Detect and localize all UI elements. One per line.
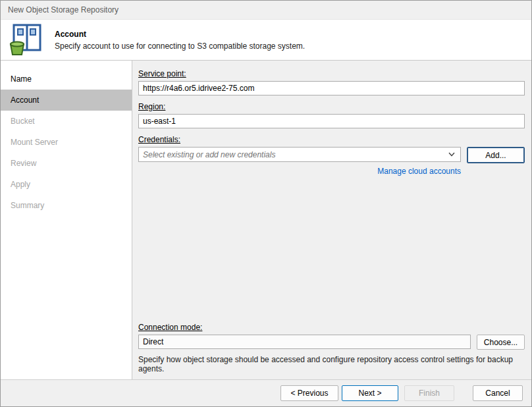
sidebar-item-mount-server: Mount Server [1, 132, 132, 153]
chevron-down-icon [448, 152, 455, 157]
region-input[interactable]: us-east-1 [138, 114, 525, 128]
content-spacer [138, 176, 525, 323]
connection-mode-input: Direct [138, 335, 471, 349]
credentials-column: Select existing or add new credentials M… [138, 147, 461, 176]
service-point-input[interactable]: https://r4a6.or5.idrivee2-75.com [138, 81, 525, 95]
page-title: Account [55, 30, 305, 39]
choose-connection-mode-button[interactable]: Choose... [477, 335, 525, 350]
title-bar: New Object Storage Repository [1, 1, 531, 20]
sidebar-item-bucket: Bucket [1, 111, 132, 132]
account-form: Service point: https://r4a6.or5.idrivee2… [132, 61, 531, 379]
wizard-footer: < Previous Next > Finish Cancel [1, 379, 531, 406]
sidebar-item-review: Review [1, 153, 132, 174]
credentials-row: Select existing or add new credentials M… [138, 147, 525, 176]
credentials-dropdown[interactable]: Select existing or add new credentials [138, 147, 461, 162]
sidebar-item-apply: Apply [1, 174, 132, 195]
page-subtitle: Specify account to use for connecting to… [55, 41, 305, 51]
manage-accounts-row: Manage cloud accounts [138, 167, 461, 176]
add-credentials-button[interactable]: Add... [467, 147, 525, 163]
region-label: Region: [138, 102, 525, 111]
wizard-header: Account Specify account to use for conne… [1, 20, 531, 61]
connection-mode-label: Connection mode: [138, 323, 525, 332]
header-text: Account Specify account to use for conne… [55, 30, 305, 51]
sidebar-item-account[interactable]: Account [1, 90, 132, 111]
cancel-button[interactable]: Cancel [473, 385, 523, 401]
service-point-label: Service point: [138, 69, 525, 78]
sidebar-item-summary: Summary [1, 195, 132, 216]
wizard-steps-sidebar: Name Account Bucket Mount Server Review … [1, 61, 132, 379]
next-button[interactable]: Next > [342, 385, 398, 401]
credentials-placeholder: Select existing or add new credentials [143, 150, 275, 159]
wizard-body: Name Account Bucket Mount Server Review … [1, 61, 531, 379]
previous-button[interactable]: < Previous [280, 385, 338, 401]
wizard-window: New Object Storage Repository Account Sp… [0, 0, 532, 407]
connection-mode-row: Direct Choose... [138, 335, 525, 350]
connection-mode-help-text: Specify how object storage should be acc… [138, 355, 525, 373]
finish-button: Finish [404, 385, 454, 401]
window-title: New Object Storage Repository [8, 5, 119, 14]
credentials-label: Credentials: [138, 135, 525, 144]
manage-cloud-accounts-link[interactable]: Manage cloud accounts [377, 167, 461, 176]
sidebar-item-name[interactable]: Name [1, 68, 132, 90]
object-storage-repository-icon [9, 24, 44, 57]
